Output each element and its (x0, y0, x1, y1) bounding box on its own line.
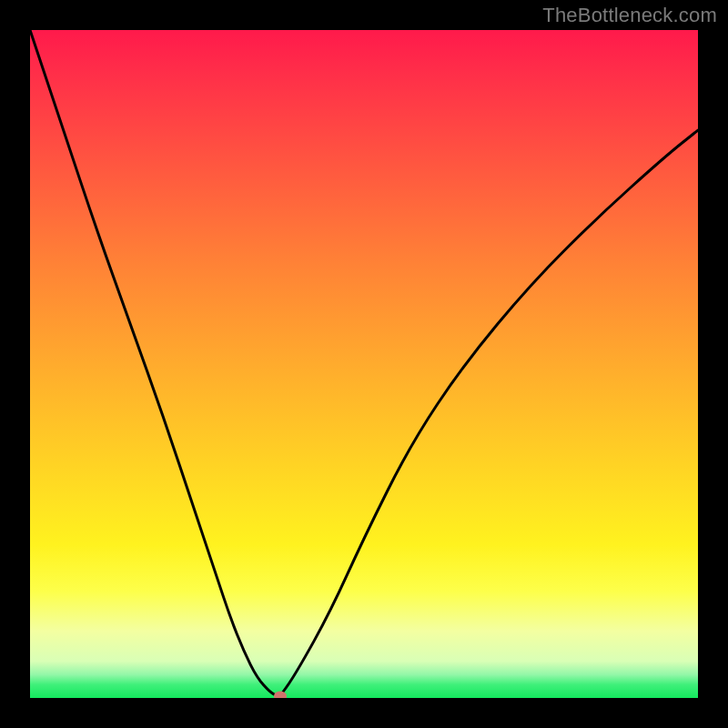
bottleneck-curve (30, 30, 698, 698)
plot-area (30, 30, 698, 698)
watermark-text: TheBottleneck.com (542, 4, 717, 27)
chart-frame: TheBottleneck.com (0, 0, 728, 728)
optimum-marker (274, 691, 287, 698)
